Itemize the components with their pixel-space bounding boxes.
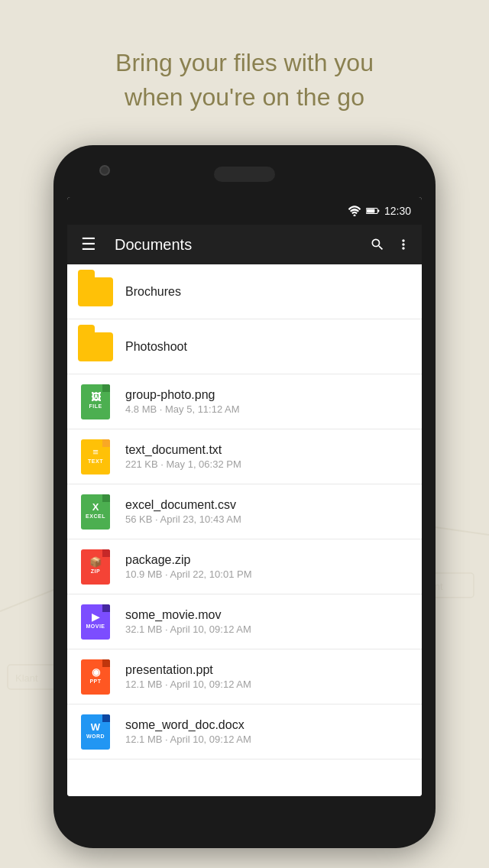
file-type-icon: W Word: [78, 712, 113, 752]
toolbar-actions: [370, 237, 411, 252]
file-name: Brochures: [125, 285, 411, 299]
list-item[interactable]: 📦 ZIP package.zip 10.9 MB · April 22, 10…: [67, 539, 422, 594]
file-name: excel_document.csv: [125, 498, 411, 512]
file-name: Photoshoot: [125, 340, 411, 354]
file-meta: 32.1 MB · April 10, 09:12 AM: [125, 623, 411, 635]
folder-icon: [78, 327, 113, 367]
file-name: package.zip: [125, 553, 411, 567]
file-type-icon: X Excel: [78, 492, 113, 532]
header-text: Bring your files with you when you're on…: [0, 46, 489, 115]
file-info: text_document.txt 221 KB · May 1, 06:32 …: [125, 443, 411, 470]
list-item[interactable]: ▶ Movie some_movie.mov 32.1 MB · April 1…: [67, 594, 422, 649]
file-name: text_document.txt: [125, 443, 411, 457]
file-name: presentation.ppt: [125, 663, 411, 677]
list-item[interactable]: 🖼 File group-photo.png 4.8 MB · May 5, 1…: [67, 374, 422, 429]
file-info: some_word_doc.docx 12.1 MB · April 10, 0…: [125, 718, 411, 745]
svg-rect-14: [377, 210, 379, 212]
file-info: presentation.ppt 12.1 MB · April 10, 09:…: [125, 663, 411, 690]
file-info: Photoshoot: [125, 340, 411, 354]
file-list: Brochures Photoshoot 🖼 File group-photo.…: [67, 264, 422, 796]
phone-device: 12:30 ☰ Documents: [53, 145, 436, 848]
file-meta: 12.1 MB · April 10, 09:12 AM: [125, 734, 411, 745]
file-name: group-photo.png: [125, 388, 411, 402]
file-type-icon: ◉ PPT: [78, 657, 113, 697]
toolbar: ☰ Documents: [67, 225, 422, 264]
status-bar: 12:30: [67, 197, 422, 225]
status-icons: 12:30: [348, 205, 411, 217]
file-name: some_word_doc.docx: [125, 718, 411, 732]
svg-text:Klant: Klant: [15, 672, 38, 684]
file-meta: 4.8 MB · May 5, 11:12 AM: [125, 403, 411, 415]
list-item[interactable]: W Word some_word_doc.docx 12.1 MB · Apri…: [67, 704, 422, 760]
header-line1: Bring your files with you: [115, 49, 374, 76]
svg-point-12: [353, 215, 355, 217]
file-type-icon: ▶ Movie: [78, 602, 113, 642]
list-item[interactable]: ◉ PPT presentation.ppt 12.1 MB · April 1…: [67, 649, 422, 704]
svg-rect-15: [367, 209, 374, 213]
file-meta: 221 KB · May 1, 06:32 PM: [125, 458, 411, 470]
list-item[interactable]: ≡ Text text_document.txt 221 KB · May 1,…: [67, 429, 422, 484]
menu-button[interactable]: ☰: [78, 232, 99, 257]
folder-icon: [78, 272, 113, 312]
file-info: excel_document.csv 56 KB · April 23, 10:…: [125, 498, 411, 525]
file-type-icon: 📦 ZIP: [78, 547, 113, 587]
file-meta: 10.9 MB · April 22, 10:01 PM: [125, 568, 411, 580]
phone-screen: 12:30 ☰ Documents: [67, 197, 422, 796]
header-line2: when you're on the go: [125, 83, 364, 111]
wifi-icon: [348, 206, 361, 216]
file-name: some_movie.mov: [125, 608, 411, 622]
file-meta: 12.1 MB · April 10, 09:12 AM: [125, 679, 411, 690]
list-item[interactable]: Photoshoot: [67, 319, 422, 374]
file-info: some_movie.mov 32.1 MB · April 10, 09:12…: [125, 608, 411, 635]
more-options-button[interactable]: [396, 237, 411, 252]
battery-icon: [366, 206, 380, 215]
list-item[interactable]: Brochures: [67, 264, 422, 319]
phone-speaker: [214, 167, 275, 182]
search-button[interactable]: [370, 237, 385, 252]
file-type-icon: ≡ Text: [78, 437, 113, 477]
file-type-icon: 🖼 File: [78, 382, 113, 422]
file-info: Brochures: [125, 285, 411, 299]
toolbar-title: Documents: [115, 236, 361, 254]
status-time: 12:30: [384, 205, 411, 217]
file-info: group-photo.png 4.8 MB · May 5, 11:12 AM: [125, 388, 411, 415]
phone-camera: [99, 165, 110, 176]
list-item[interactable]: X Excel excel_document.csv 56 KB · April…: [67, 484, 422, 539]
file-meta: 56 KB · April 23, 10:43 AM: [125, 513, 411, 525]
file-info: package.zip 10.9 MB · April 22, 10:01 PM: [125, 553, 411, 580]
